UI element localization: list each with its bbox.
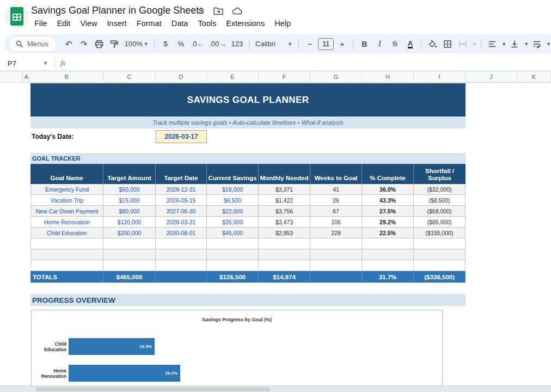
header-cell[interactable]: Target Date bbox=[156, 164, 207, 184]
cell[interactable] bbox=[156, 249, 207, 260]
name-box[interactable]: P7 ▼ bbox=[0, 59, 48, 68]
zoom-control[interactable]: 100%▼ bbox=[123, 37, 150, 51]
menu-edit[interactable]: Edit bbox=[52, 18, 75, 29]
scrollbar-thumb[interactable] bbox=[36, 387, 270, 391]
cell[interactable]: $45,000 bbox=[207, 228, 259, 238]
cell[interactable]: ($58,000) bbox=[414, 206, 466, 216]
header-cell[interactable]: Monthly Needed bbox=[259, 164, 310, 184]
chevron-down-icon[interactable]: ▼ bbox=[501, 41, 506, 47]
column-header-B[interactable]: B bbox=[30, 71, 103, 83]
progress-overview-section-header[interactable]: PROGRESS OVERVIEW bbox=[30, 294, 466, 306]
chevron-down-icon[interactable]: ▼ bbox=[524, 41, 529, 47]
cell[interactable]: $80,000 bbox=[103, 206, 156, 216]
cell[interactable]: 29.2% bbox=[362, 217, 414, 227]
cell[interactable] bbox=[362, 249, 414, 260]
header-cell[interactable]: Goal Name bbox=[30, 164, 103, 184]
sheet-title-banner[interactable]: SAVINGS GOAL PLANNER bbox=[30, 83, 466, 117]
spreadsheet-canvas[interactable]: SAVINGS GOAL PLANNER Track multiple savi… bbox=[0, 83, 551, 392]
cell[interactable]: $22,000 bbox=[207, 206, 259, 216]
header-cell[interactable]: Current Savings bbox=[207, 164, 259, 184]
cell[interactable]: 2027-06-30 bbox=[156, 206, 207, 216]
italic-button[interactable]: I bbox=[372, 37, 387, 51]
undo-button[interactable]: ↶ bbox=[62, 37, 76, 51]
menu-tools[interactable]: Tools bbox=[193, 18, 221, 29]
cell[interactable] bbox=[259, 249, 310, 260]
cell[interactable]: ($155,000) bbox=[414, 228, 466, 238]
move-folder-icon[interactable] bbox=[213, 6, 224, 16]
cell[interactable]: $35,000 bbox=[207, 217, 259, 227]
cell[interactable] bbox=[362, 260, 414, 271]
cell[interactable]: New Car Down Payment bbox=[31, 206, 103, 216]
fill-color-button[interactable] bbox=[425, 37, 439, 51]
column-header-A[interactable]: A bbox=[23, 71, 30, 83]
chevron-down-icon[interactable]: ▼ bbox=[546, 41, 551, 47]
font-size-input[interactable]: 11 bbox=[318, 38, 334, 50]
print-button[interactable] bbox=[92, 37, 106, 51]
totals-cell[interactable] bbox=[156, 271, 207, 283]
menu-data[interactable]: Data bbox=[167, 18, 193, 29]
menu-extensions[interactable]: Extensions bbox=[221, 18, 270, 29]
cell[interactable]: Emergency Fund bbox=[31, 184, 103, 194]
column-header-C[interactable]: C bbox=[103, 71, 156, 83]
cell[interactable]: 36.0% bbox=[362, 184, 414, 194]
cell[interactable] bbox=[414, 238, 466, 249]
cell[interactable]: ($8,500) bbox=[414, 195, 466, 205]
totals-cell[interactable]: $126,500 bbox=[207, 271, 259, 283]
totals-cell[interactable]: ($338,500) bbox=[414, 271, 466, 283]
horizontal-scrollbar[interactable] bbox=[0, 385, 551, 392]
menu-help[interactable]: Help bbox=[270, 18, 296, 29]
cell[interactable]: $15,000 bbox=[103, 195, 156, 205]
document-title[interactable]: Savings Goal Planner in Google Sheets bbox=[31, 5, 204, 16]
paint-format-button[interactable] bbox=[107, 37, 121, 51]
menu-view[interactable]: View bbox=[75, 18, 102, 29]
cell[interactable] bbox=[156, 260, 207, 271]
cell[interactable] bbox=[310, 238, 362, 249]
cell[interactable]: $6,500 bbox=[207, 195, 259, 205]
cell[interactable] bbox=[259, 260, 310, 271]
cell[interactable]: $3,371 bbox=[259, 184, 310, 194]
strikethrough-button[interactable]: S bbox=[388, 37, 402, 51]
increase-font-size-button[interactable]: + bbox=[335, 37, 349, 51]
totals-cell[interactable] bbox=[310, 271, 362, 283]
search-menus-button[interactable]: Menus bbox=[10, 37, 56, 51]
cell[interactable] bbox=[103, 260, 156, 271]
cell[interactable] bbox=[31, 238, 103, 249]
cell[interactable] bbox=[207, 260, 259, 271]
cell[interactable] bbox=[103, 249, 156, 260]
vertical-align-button[interactable] bbox=[507, 37, 522, 51]
cell[interactable] bbox=[310, 249, 362, 260]
cell[interactable] bbox=[362, 238, 414, 249]
column-header-J[interactable]: J bbox=[466, 71, 517, 83]
bold-button[interactable]: B bbox=[357, 37, 371, 51]
merge-cells-button[interactable] bbox=[456, 37, 470, 51]
menu-insert[interactable]: Insert bbox=[102, 18, 132, 29]
totals-row[interactable]: TOTALS$465,000$126,500$14,97431.7%($338,… bbox=[30, 271, 466, 283]
decrease-font-size-button[interactable]: − bbox=[303, 37, 317, 51]
totals-cell[interactable]: 31.7% bbox=[362, 271, 414, 283]
header-cell[interactable]: Target Amount bbox=[103, 164, 156, 184]
cell[interactable]: $50,000 bbox=[103, 184, 156, 194]
cell[interactable]: 22.5% bbox=[362, 228, 414, 238]
increase-decimal-button[interactable]: .00→ bbox=[207, 37, 228, 51]
totals-cell[interactable]: TOTALS bbox=[30, 271, 103, 283]
cell[interactable]: $2,953 bbox=[259, 228, 310, 238]
text-wrap-button[interactable] bbox=[530, 37, 544, 51]
cell[interactable] bbox=[414, 249, 466, 260]
cell[interactable] bbox=[103, 238, 156, 249]
text-color-button[interactable]: A bbox=[403, 37, 417, 51]
cell[interactable]: $18,000 bbox=[207, 184, 259, 194]
decrease-decimal-button[interactable]: .0← bbox=[189, 37, 206, 51]
sheet-subtitle[interactable]: Track multiple savings goals • Auto-calc… bbox=[30, 117, 466, 128]
cell[interactable]: ($32,000) bbox=[414, 184, 466, 194]
cell[interactable]: $200,000 bbox=[103, 228, 156, 238]
horizontal-align-button[interactable] bbox=[485, 37, 499, 51]
cell[interactable]: $1,422 bbox=[259, 195, 310, 205]
redo-button[interactable]: ↷ bbox=[77, 37, 91, 51]
column-header-E[interactable]: E bbox=[207, 71, 259, 83]
column-header-H[interactable]: H bbox=[362, 71, 414, 83]
menu-format[interactable]: Format bbox=[132, 18, 167, 29]
cell[interactable]: 2028-03-31 bbox=[156, 217, 207, 227]
cloud-status-icon[interactable] bbox=[231, 6, 243, 16]
today-date-label[interactable]: Today's Date: bbox=[32, 131, 74, 142]
cell[interactable]: Vacation Trip bbox=[31, 195, 103, 205]
